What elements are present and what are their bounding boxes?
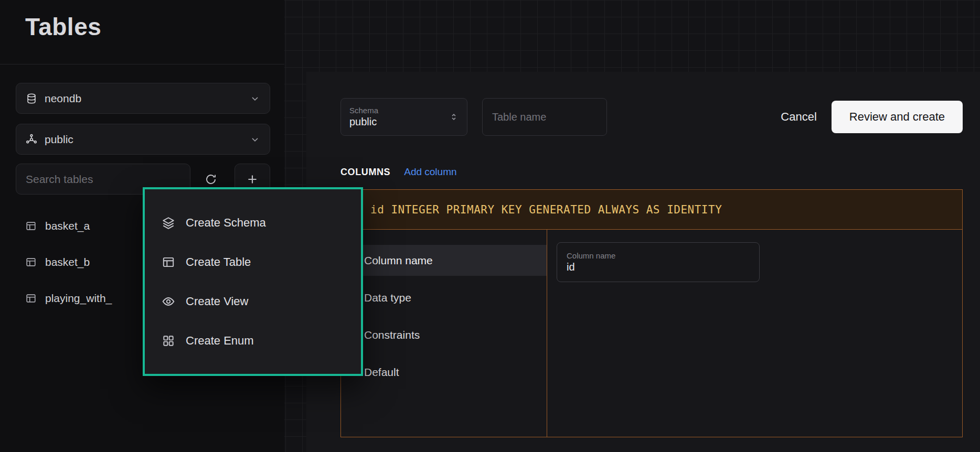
nav-default[interactable]: Default [341, 357, 547, 388]
schema-select[interactable]: public [16, 124, 270, 155]
table-item-label: basket_b [45, 256, 90, 268]
menu-item-label: Create Table [186, 255, 251, 269]
chevron-updown-icon [449, 112, 459, 122]
layers-icon [162, 216, 175, 230]
table-item-label: playing_with_ [45, 292, 112, 305]
column-definition-row[interactable]: id INTEGER PRIMARY KEY GENERATED ALWAYS … [341, 190, 962, 230]
column-form-body: Column name id [547, 230, 962, 437]
schema-field-value: public [349, 116, 378, 128]
table-item-label: basket_a [45, 220, 90, 232]
database-icon [26, 93, 37, 104]
schema-field-inner: Schema public [349, 106, 378, 128]
schema-field-label: Schema [349, 106, 378, 115]
columns-row: COLUMNS Add column [340, 166, 457, 178]
database-select[interactable]: neondb [16, 83, 270, 114]
menu-item-create-enum[interactable]: Create Enum [145, 321, 361, 360]
editor-header-row: Schema public Cancel Review and create [340, 98, 963, 136]
menu-item-label: Create Schema [186, 216, 266, 230]
refresh-icon [205, 173, 217, 186]
cancel-button[interactable]: Cancel [781, 110, 816, 124]
database-select-value: neondb [45, 92, 81, 105]
table-icon [162, 255, 175, 269]
column-name-field[interactable]: Column name id [557, 242, 760, 282]
nav-constraints[interactable]: Constraints [341, 319, 547, 350]
review-and-create-button[interactable]: Review and create [832, 101, 963, 133]
nav-data-type[interactable]: Data type [341, 282, 547, 313]
table-editor-panel: Schema public Cancel Review and create C… [306, 72, 980, 452]
column-definition-text: id INTEGER PRIMARY KEY GENERATED ALWAYS … [370, 203, 722, 216]
table-icon [25, 293, 37, 304]
schema-field[interactable]: Schema public [340, 98, 467, 136]
menu-item-create-schema[interactable]: Create Schema [145, 203, 361, 242]
menu-item-create-table[interactable]: Create Table [145, 242, 361, 282]
menu-item-create-view[interactable]: Create View [145, 282, 361, 321]
column-block: id INTEGER PRIMARY KEY GENERATED ALWAYS … [340, 189, 963, 437]
schema-icon [26, 134, 37, 145]
plus-icon [246, 173, 259, 186]
column-name-field-label: Column name [567, 251, 750, 260]
grid-icon [162, 334, 175, 348]
eye-icon [162, 295, 175, 308]
chevron-down-icon [250, 134, 260, 145]
page-title: Tables [25, 13, 101, 41]
columns-header: COLUMNS [340, 167, 390, 178]
menu-item-label: Create Enum [186, 334, 254, 348]
create-menu: Create Schema Create Table Create View [143, 187, 363, 376]
column-form-nav: Column name Data type Constraints Defaul… [341, 230, 547, 437]
schema-select-value: public [45, 133, 73, 146]
chevron-down-icon [250, 93, 260, 104]
menu-item-label: Create View [186, 295, 248, 308]
table-icon [25, 256, 37, 268]
nav-column-name[interactable]: Column name [341, 245, 547, 276]
add-column-link[interactable]: Add column [404, 166, 456, 178]
sidebar-divider [0, 64, 284, 64]
column-form: Column name Data type Constraints Defaul… [341, 230, 962, 437]
table-icon [25, 220, 37, 232]
column-name-field-value: id [567, 261, 750, 273]
table-name-input[interactable] [482, 98, 607, 136]
